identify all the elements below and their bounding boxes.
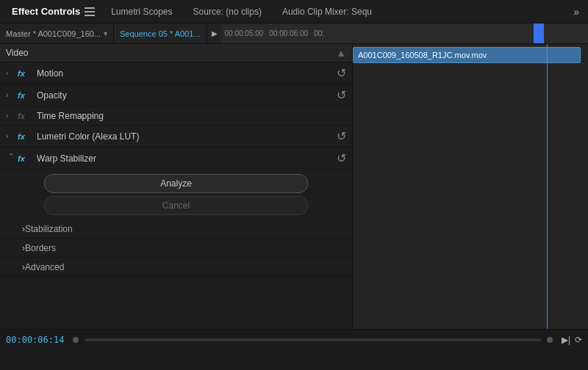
opacity-label: Opacity	[37, 90, 334, 101]
expand-lumetri-icon: ›	[6, 132, 16, 140]
tab-audio-clip-mixer[interactable]: Audio Clip Mixer: Sequ	[272, 0, 382, 23]
tab-source[interactable]: Source: (no clips)	[183, 0, 272, 23]
warp-stabilizer-content: Analyze Cancel › Stabilization › Borders…	[0, 170, 352, 277]
sub-effect-advanced[interactable]: › Advanced	[0, 258, 352, 277]
borders-label: Borders	[25, 243, 56, 253]
tab-overflow-btn[interactable]: »	[570, 6, 582, 18]
reset-lumetri-btn[interactable]: ↺	[337, 129, 346, 143]
video-section-header: Video ▲	[0, 44, 352, 62]
master-dropdown[interactable]: Master * A001C009_160... ▾	[0, 23, 114, 43]
tab-effect-controls[interactable]: Effect Controls	[6, 0, 101, 23]
master-chevron-icon: ▾	[104, 29, 107, 37]
fx-badge-motion: fx	[18, 69, 32, 78]
reset-opacity-btn[interactable]: ↺	[337, 88, 346, 102]
bottom-bar: 00:00:06:14 ▶| ⟳	[0, 329, 588, 349]
video-section-title: Video	[6, 48, 28, 58]
play-icon[interactable]: ▶	[207, 29, 222, 37]
play-to-out-icon[interactable]: ▶|	[562, 335, 570, 345]
scrollbar-area	[73, 337, 552, 343]
expand-time-remapping-icon: ›	[6, 112, 16, 120]
effect-row-opacity[interactable]: › fx Opacity ↺	[0, 84, 352, 106]
motion-label: Motion	[37, 68, 334, 79]
effect-row-warp-stabilizer[interactable]: › fx Warp Stabilizer ↺	[0, 148, 352, 170]
sequence-dropdown[interactable]: Sequence 05 * A001...	[114, 23, 206, 43]
stabilization-label: Stabilization	[25, 224, 73, 234]
lumetri-color-label: Lumetri Color (Alexa LUT)	[37, 131, 334, 142]
effect-row-time-remapping[interactable]: › fx Time Remapping	[0, 106, 352, 126]
fx-badge-lumetri: fx	[18, 132, 32, 141]
scroll-track[interactable]	[85, 338, 540, 341]
menu-icon[interactable]	[85, 7, 95, 16]
expand-opacity-icon: ›	[6, 91, 16, 99]
fx-badge-time-remapping: fx	[18, 112, 32, 120]
analyze-button[interactable]: Analyze	[44, 174, 308, 193]
warp-stabilizer-label: Warp Stabilizer	[37, 153, 334, 164]
time-label-3: 00:	[311, 29, 327, 37]
effect-controls-label: Effect Controls	[12, 6, 80, 17]
advanced-label: Advanced	[25, 262, 64, 272]
fx-badge-opacity: fx	[18, 91, 32, 100]
cancel-button: Cancel	[44, 196, 308, 215]
selector-row: Master * A001C009_160... ▾ Sequence 05 *…	[0, 23, 588, 44]
loop-icon[interactable]: ⟳	[575, 335, 582, 345]
playback-controls: ▶| ⟳	[562, 335, 582, 345]
timecode-display: 00:00:06:14	[6, 335, 64, 345]
time-label-2: 00:00:06:00	[266, 29, 311, 37]
timeline-cursor-line	[547, 44, 548, 329]
master-label: Master * A001C009_160...	[6, 29, 101, 38]
main-content: Video ▲ › fx Motion ↺ › fx Opacity ↺ › f…	[0, 44, 588, 329]
scroll-left-handle[interactable]	[73, 337, 79, 343]
timeline-header: ▶ 00:00:05:00 00:00:06:00 00:	[207, 23, 588, 43]
fx-badge-warp: fx	[18, 154, 32, 163]
time-ruler: 00:00:05:00 00:00:06:00 00:	[222, 23, 588, 43]
expand-warp-icon: ›	[7, 153, 15, 164]
effect-row-motion[interactable]: › fx Motion ↺	[0, 62, 352, 84]
effect-row-lumetri-color[interactable]: › fx Lumetri Color (Alexa LUT) ↺	[0, 126, 352, 148]
time-label-1: 00:00:05:00	[222, 29, 267, 37]
time-remapping-label: Time Remapping	[37, 111, 346, 121]
expand-motion-icon: ›	[6, 69, 16, 77]
sequence-label: Sequence 05 * A001...	[120, 29, 200, 38]
effects-panel: Video ▲ › fx Motion ↺ › fx Opacity ↺ › f…	[0, 44, 353, 329]
tab-bar: Effect Controls Lumetri Scopes Source: (…	[0, 0, 588, 23]
scroll-right-handle[interactable]	[547, 337, 553, 343]
sub-effect-borders[interactable]: › Borders	[0, 239, 352, 258]
reset-motion-btn[interactable]: ↺	[337, 66, 346, 80]
reset-warp-btn[interactable]: ↺	[337, 151, 346, 165]
warp-buttons-group: Analyze Cancel	[0, 170, 352, 220]
sub-effect-stabilization[interactable]: › Stabilization	[0, 220, 352, 239]
clip-name: A001C009_160508_R1JC.mov.mov	[358, 51, 487, 59]
time-cursor	[534, 23, 544, 43]
timeline-panel: A001C009_160508_R1JC.mov.mov	[353, 44, 588, 329]
scroll-up-icon[interactable]: ▲	[336, 47, 346, 59]
tab-lumetri-scopes[interactable]: Lumetri Scopes	[101, 0, 182, 23]
